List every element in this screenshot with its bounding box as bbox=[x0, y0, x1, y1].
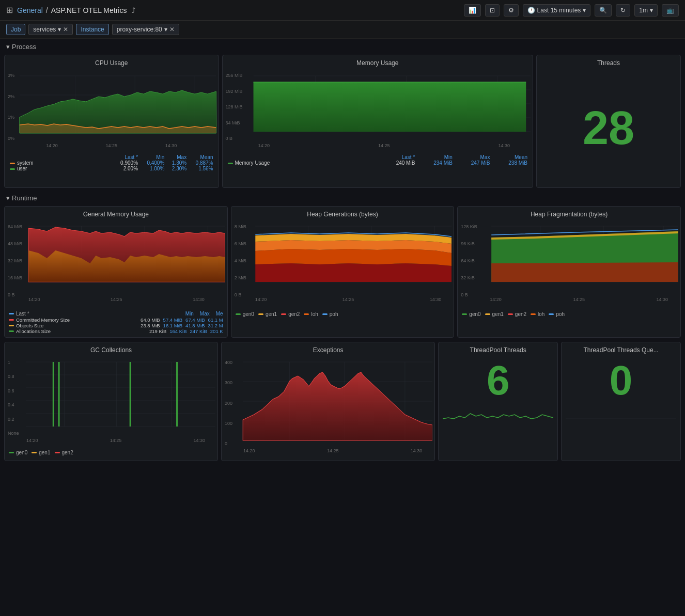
clock-icon: 🕐 bbox=[527, 7, 535, 14]
exceptions-chart: 4003002001000 bbox=[224, 358, 432, 459]
time-range-picker[interactable]: 🕐 Last 15 minutes ▾ bbox=[523, 4, 591, 17]
cpu-usage-panel: CPU Usage 3%2%1%0% bbox=[4, 55, 219, 188]
breadcrumb-sep: / bbox=[46, 6, 48, 14]
threadpool-queue-title: ThreadPool Threads Que... bbox=[562, 342, 680, 356]
exceptions-content: 4003002001000 bbox=[222, 356, 434, 461]
heap-generations-panel: Heap Generations (bytes) 8 MiB6 MiB4 MiB… bbox=[231, 206, 455, 338]
job-filter-tag[interactable]: Job bbox=[6, 24, 25, 35]
tv-button[interactable]: 📺 bbox=[662, 4, 679, 17]
general-memory-panel: General Memory Usage 64 MiB48 MiB32 MiB1… bbox=[4, 206, 228, 338]
chevron-down-icon: ▾ bbox=[650, 7, 653, 14]
runtime-section-title: Runtime bbox=[12, 194, 37, 202]
chevron-down-icon: ▾ bbox=[58, 26, 61, 33]
nav-actions: 📊 ⊡ ⚙ 🕐 Last 15 minutes ▾ 🔍 ↻ 1m ▾ 📺 bbox=[464, 4, 679, 17]
instance-filter-tag[interactable]: Instance bbox=[76, 24, 108, 35]
threadpool-queue-panel: ThreadPool Threads Que... 0 bbox=[561, 342, 681, 461]
cpu-usage-content: 3%2%1%0% bbox=[5, 69, 219, 175]
breadcrumb-current: ASP.NET OTEL Metrics bbox=[51, 6, 127, 14]
collapse-icon: ▾ bbox=[6, 194, 10, 202]
refresh-button[interactable]: ↻ bbox=[616, 4, 630, 17]
dashboard-button[interactable]: ⊡ bbox=[485, 4, 500, 17]
share-icon[interactable]: ⤴ bbox=[132, 6, 135, 14]
memory-usage-panel: Memory Usage 256 MiB192 MiB128 MiB64 MiB… bbox=[222, 55, 534, 188]
exceptions-panel: Exceptions 4003002001000 bbox=[221, 342, 435, 461]
heap-generations-chart: 8 MiB6 MiB4 MiB2 MiB0 B bbox=[233, 222, 452, 310]
cpu-usage-chart: 3%2%1%0% bbox=[7, 71, 216, 153]
chevron-down-icon: ▾ bbox=[583, 7, 586, 14]
gc-collections-title: GC Collections bbox=[5, 342, 217, 356]
threadpool-queue-content: 0 bbox=[562, 356, 680, 428]
general-memory-content: 64 MiB48 MiB32 MiB16 MiB0 B bbox=[5, 220, 227, 337]
threadpool-queue-value: 0 bbox=[610, 360, 633, 401]
refresh-rate[interactable]: 1m ▾ bbox=[634, 4, 658, 17]
threads-panel: Threads 28 bbox=[536, 55, 681, 188]
chevron-down-icon: ▾ bbox=[164, 26, 167, 33]
threads-value: 28 bbox=[583, 102, 634, 155]
collapse-icon: ▾ bbox=[6, 43, 10, 51]
settings-button[interactable]: ⚙ bbox=[504, 4, 519, 17]
heap-generations-content: 8 MiB6 MiB4 MiB2 MiB0 B bbox=[231, 220, 454, 321]
heap-frag-legend: gen0 gen1 gen2 loh poh bbox=[460, 310, 678, 319]
threadpool-content: 6 bbox=[439, 356, 557, 428]
exceptions-title: Exceptions bbox=[222, 342, 434, 356]
services-dropdown[interactable]: services ▾ ✕ bbox=[28, 24, 73, 35]
gc-collections-chart: 10.80.60.40.2None bbox=[7, 358, 215, 448]
heap-fragmentation-title: Heap Fragmentation (bytes) bbox=[458, 207, 680, 220]
gc-legend: gen0 gen1 gen2 bbox=[7, 448, 215, 457]
breadcrumb: General / ASP.NET OTEL Metrics ⤴ bbox=[17, 6, 135, 14]
breadcrumb-home[interactable]: General bbox=[17, 6, 43, 14]
chart-button[interactable]: 📊 bbox=[464, 4, 481, 17]
threadpool-threads-title: ThreadPool Threads bbox=[439, 342, 557, 356]
cpu-stats: Last * Min Max Mean system 0.900% 0.400%… bbox=[7, 153, 216, 172]
process-section-header[interactable]: ▾ Process bbox=[0, 39, 685, 53]
heap-fragmentation-content: 128 KiB96 KiB64 KiB32 KiB0 B bbox=[458, 220, 680, 321]
cpu-usage-title: CPU Usage bbox=[5, 55, 219, 69]
memory-usage-chart: 256 MiB192 MiB128 MiB64 MiB0 B bbox=[225, 71, 531, 153]
runtime-grid-top: General Memory Usage 64 MiB48 MiB32 MiB1… bbox=[0, 204, 685, 340]
process-section-title: Process bbox=[12, 43, 36, 51]
heap-gen-legend: gen0 gen1 gen2 loh poh bbox=[233, 310, 452, 319]
svg-rect-15 bbox=[253, 82, 526, 132]
memory-usage-content: 256 MiB192 MiB128 MiB64 MiB0 B bbox=[223, 69, 533, 169]
heap-fragmentation-chart: 128 KiB96 KiB64 KiB32 KiB0 B bbox=[460, 222, 678, 310]
gc-collections-panel: GC Collections 10.80.60.40.2None bbox=[4, 342, 218, 461]
grid-icon: ⊞ bbox=[6, 5, 13, 15]
proxy-dropdown[interactable]: proxy-service:80 ▾ ✕ bbox=[112, 24, 179, 35]
filter-bar: Job services ▾ ✕ Instance proxy-service:… bbox=[0, 21, 685, 39]
heap-generations-title: Heap Generations (bytes) bbox=[231, 207, 454, 220]
process-grid: CPU Usage 3%2%1%0% bbox=[0, 53, 685, 190]
runtime-section-header[interactable]: ▾ Runtime bbox=[0, 190, 685, 204]
general-memory-legend: Last * Min Max Me Committed Memory Size … bbox=[7, 310, 225, 335]
close-icon[interactable]: ✕ bbox=[63, 26, 68, 33]
threadpool-threads-panel: ThreadPool Threads 6 bbox=[438, 342, 558, 461]
runtime-grid-bottom: GC Collections 10.80.60.40.2None bbox=[0, 340, 685, 465]
memory-usage-title: Memory Usage bbox=[223, 55, 533, 69]
heap-fragmentation-panel: Heap Fragmentation (bytes) 128 KiB96 KiB… bbox=[457, 206, 681, 338]
zoom-out-button[interactable]: 🔍 bbox=[595, 4, 612, 17]
threads-value-container: 28 bbox=[537, 69, 680, 187]
close-icon[interactable]: ✕ bbox=[169, 26, 175, 33]
general-memory-title: General Memory Usage bbox=[5, 207, 227, 220]
threadpool-value: 6 bbox=[487, 360, 510, 401]
top-nav: ⊞ General / ASP.NET OTEL Metrics ⤴ 📊 ⊡ ⚙… bbox=[0, 0, 685, 21]
general-memory-chart: 64 MiB48 MiB32 MiB16 MiB0 B bbox=[7, 222, 225, 310]
threads-title: Threads bbox=[537, 55, 680, 69]
memory-stats: Last * Min Max Mean Memory Usage 240 MiB… bbox=[225, 153, 531, 167]
gc-collections-content: 10.80.60.40.2None bbox=[5, 356, 217, 460]
